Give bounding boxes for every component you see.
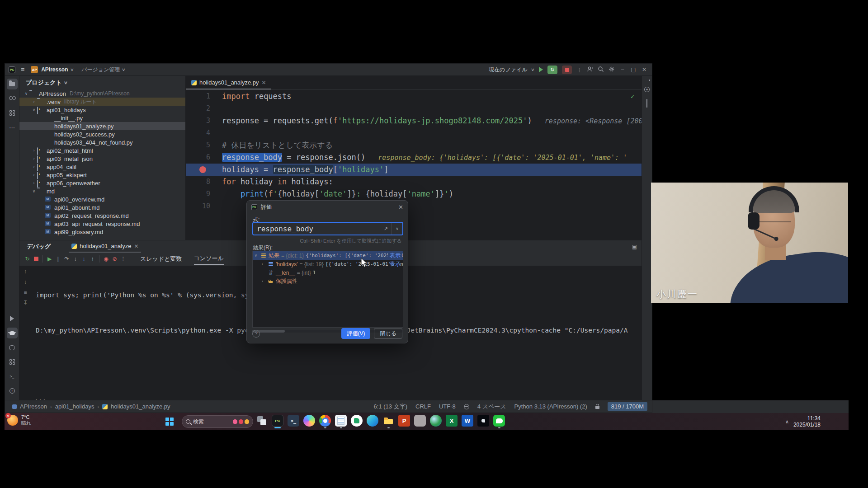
line-separator[interactable]: CRLF (415, 403, 431, 410)
debug-session-tab[interactable]: holidays01_analyze ✕ (69, 240, 141, 253)
project-tree-item[interactable]: ›api03_metal_json (19, 155, 185, 163)
close-icon[interactable]: ✕ (398, 204, 403, 211)
python-interpreter[interactable]: Python 3.13 (APIresson) (2) (514, 403, 587, 410)
dialog-title-bar[interactable]: PC 評価 ✕ (247, 201, 408, 213)
taskbar-pycharm-icon[interactable] (272, 415, 283, 427)
project-tree-item[interactable]: ›app06_openweather (19, 179, 185, 187)
file-encoding[interactable]: UTF-8 (439, 403, 456, 410)
more-icon[interactable]: ⋮ (119, 254, 127, 263)
view-breakpoints-icon[interactable]: ◉ (102, 254, 110, 263)
soft-wrap-icon[interactable]: ≡ (24, 289, 27, 296)
run-icon[interactable] (7, 313, 18, 324)
search-icon[interactable] (598, 66, 604, 73)
evaluate-button[interactable]: 評価(V) (341, 328, 370, 339)
breakpoint-icon[interactable] (199, 166, 206, 173)
chevron-open-icon[interactable]: ∨ (23, 91, 29, 96)
taskbar-task-view-icon[interactable] (256, 415, 268, 427)
indent-style[interactable]: 4 スペース (477, 403, 506, 411)
debug-tab-threads[interactable]: スレッドと変数 (140, 253, 182, 265)
chevron-down-icon[interactable]: ∨ (392, 223, 402, 235)
help-button[interactable]: ? (252, 330, 260, 338)
project-tree-item[interactable]: ›api02_metal_html (19, 146, 185, 155)
force-step-into-icon[interactable]: ↓ (80, 254, 88, 263)
project-tree-item[interactable]: holidays01_analyze.py (19, 122, 185, 130)
more-icon[interactable]: ⋯ (7, 122, 18, 133)
code-view[interactable]: 1import requests23response = requests.ge… (186, 90, 642, 212)
main-menu-icon[interactable]: ≡ (21, 66, 24, 73)
settings-gear-icon[interactable] (609, 66, 615, 73)
database-icon[interactable] (646, 99, 647, 108)
taskbar-copilot-icon[interactable] (303, 415, 315, 427)
project-tree-item[interactable]: Mapi00_overview.md (19, 195, 185, 203)
taskbar-evernote-icon[interactable] (351, 415, 363, 427)
more-options-icon[interactable]: ⋮ (576, 67, 582, 73)
debug-panel-title[interactable]: デバッグ (27, 243, 51, 251)
services-icon[interactable] (7, 357, 18, 367)
taskbar-file-explorer-icon[interactable] (382, 415, 394, 427)
add-user-icon[interactable] (587, 66, 593, 73)
taskbar-clock[interactable]: 11:34 2025/01/18 (793, 415, 821, 428)
project-tree-item[interactable]: __init__.py (19, 114, 185, 122)
weather-widget[interactable]: 5 7°C 晴れ (7, 414, 31, 426)
close-tab-icon[interactable]: ✕ (262, 80, 266, 86)
show-value-link[interactable]: 表示 (388, 251, 401, 260)
chevron-closed-icon[interactable]: › (31, 156, 37, 161)
step-over-icon[interactable]: ↷ (62, 254, 71, 263)
project-tree-item[interactable]: Mapi03_api_request_response.md (19, 220, 185, 228)
taskbar-kindle-icon[interactable] (477, 415, 489, 427)
ai-assistant-icon[interactable]: ✦ (644, 87, 650, 92)
taskbar-word-icon[interactable] (462, 415, 473, 427)
scroll-up-icon[interactable]: ↑ (24, 268, 27, 275)
stop-button[interactable] (562, 66, 572, 74)
breadcrumb[interactable]: APIresson › api01_holidays › holidays01_… (12, 403, 170, 410)
resume-icon[interactable]: ▶ (45, 254, 54, 263)
taskbar-globe-browser-icon[interactable] (430, 415, 442, 427)
mute-breakpoints-icon[interactable]: ⊘ (110, 254, 119, 263)
chevron-open-icon[interactable]: ∨ (255, 253, 260, 258)
taskbar-chrome-icon[interactable] (319, 415, 331, 427)
result-tree-row[interactable]: ∨結果 = {dict: 1}{'holidays': [{'date': '2… (253, 251, 403, 260)
project-tree-item[interactable]: ›app04_calil (19, 163, 185, 171)
project-tree-item[interactable]: holidays03_404_not_found.py (19, 138, 185, 146)
project-selector[interactable]: APIresson (41, 66, 68, 73)
show-value-link[interactable]: 表示 (388, 260, 401, 268)
rerun-debug-icon[interactable]: ↻ (23, 254, 32, 263)
project-tree-item[interactable]: ∨api01_holidays (19, 106, 185, 114)
project-tree-item[interactable]: ›app05_ekispert (19, 171, 185, 179)
chevron-closed-icon[interactable]: › (262, 279, 268, 283)
project-tree-item[interactable]: holidays02_success.py (19, 130, 185, 138)
close-button[interactable]: ✕ (641, 66, 647, 73)
editor-tab[interactable]: holidays01_analyze.py ✕ (186, 79, 271, 89)
pause-icon[interactable]: || (54, 254, 62, 263)
system-tray-chevron[interactable]: ∧ (785, 413, 789, 430)
problems-icon[interactable]: ! (7, 385, 18, 396)
debug-icon[interactable] (7, 328, 18, 338)
project-tree-item[interactable]: Mapi99_glossary.md (19, 228, 185, 236)
expression-input[interactable]: response_body ↗ ∨ (252, 222, 403, 235)
project-panel-title[interactable]: プロジェクト (26, 79, 62, 87)
maximize-button[interactable]: ▢ (630, 66, 637, 73)
expand-icon[interactable]: ↗ (384, 226, 392, 232)
project-avatar[interactable]: AP (31, 66, 38, 73)
lock-icon[interactable] (595, 406, 599, 409)
scroll-down-icon[interactable]: ↓ (24, 279, 27, 285)
project-tree-item[interactable]: ∨APIressonD:\my_python\APIresson (19, 89, 185, 98)
layout-settings-icon[interactable]: ▣ (632, 244, 637, 250)
scroll-to-end-icon[interactable]: ↧ (23, 300, 28, 306)
step-out-icon[interactable]: ↑ (88, 254, 97, 263)
taskbar-excel-icon[interactable] (446, 415, 458, 427)
project-tree-item[interactable]: Mapi01_abount.md (19, 203, 185, 211)
run-button[interactable] (539, 67, 543, 72)
stop-icon[interactable] (32, 254, 40, 263)
database-icon[interactable] (7, 342, 18, 353)
chevron-closed-icon[interactable]: › (31, 181, 37, 185)
chevron-closed-icon[interactable]: › (31, 148, 37, 153)
taskbar-line-icon[interactable] (493, 415, 505, 427)
pull-requests-icon[interactable] (7, 93, 18, 104)
chevron-closed-icon[interactable]: › (31, 173, 37, 177)
run-configuration-selector[interactable]: 現在のファイル∨ (489, 66, 534, 74)
chevron-closed-icon[interactable]: › (31, 99, 37, 104)
taskbar-gray-app-icon[interactable] (414, 415, 426, 427)
close-dialog-button[interactable]: 閉じる (374, 328, 402, 339)
chevron-closed-icon[interactable]: › (31, 164, 37, 169)
